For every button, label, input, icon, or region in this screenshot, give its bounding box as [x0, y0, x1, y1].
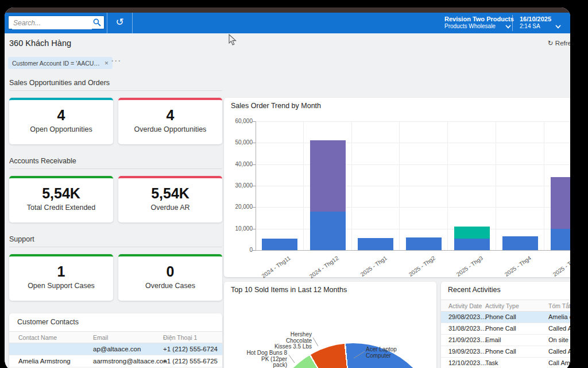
kpi-card-row: 1Open Support Cases0Overdue Cases — [9, 254, 222, 301]
toolbar-refresh-icon[interactable]: ↺ — [107, 13, 133, 33]
chevron-down-icon — [505, 21, 511, 31]
filter-chip[interactable]: Customer Account ID = 'AACU… ✕ — [8, 57, 113, 69]
table-row[interactable]: 29/08/2023…Phone CallAmelia ca — [441, 312, 570, 323]
page-title: 360 Khách Hàng — [9, 39, 71, 48]
more-options-button[interactable]: ··· — [111, 57, 122, 65]
kpi-card[interactable]: 5,54KTotal Credit Extended — [9, 176, 113, 223]
bar-segment-purple[interactable] — [310, 140, 346, 212]
y-axis-tick-label: 20,000 — [225, 204, 253, 210]
contact-phone: +1 (212) 555-6724 — [163, 346, 218, 352]
y-axis-tick-label: 60,000 — [225, 118, 253, 124]
y-axis-tick-label: 10,000 — [225, 225, 253, 232]
table-row[interactable]: 21/09/2023…EmailOn site me — [441, 335, 570, 346]
bar-segment-blue[interactable] — [310, 212, 346, 250]
x-axis-tick-label: 2025 - Thg5 — [552, 255, 570, 278]
table-row[interactable]: 19/09/2023…Phone CallCalled Am — [441, 346, 570, 358]
bar-slot: 2025 - Thg1 — [352, 121, 400, 250]
bar-segment-blue[interactable] — [406, 237, 442, 250]
pie-slice-label: Acer LaptopComputer — [366, 347, 417, 359]
column-header: Email — [93, 334, 108, 341]
x-axis-tick-label: 2025 - Thg4 — [504, 255, 532, 278]
kpi-value: 5,54K — [118, 185, 222, 202]
chart-title: Sales Order Trend by Month — [231, 102, 321, 110]
app-window: ↺ Revision Two Products Products Wholesa… — [5, 7, 570, 368]
bar-segment-blue[interactable] — [262, 239, 297, 250]
recent-activities-card: Recent Activities Activity DateActivity … — [441, 282, 570, 368]
bar-segment-blue[interactable] — [551, 229, 570, 250]
kpi-value: 0 — [118, 263, 222, 280]
kpi-value: 5,54K — [9, 185, 113, 202]
screen: ↺ Revision Two Products Products Wholesa… — [0, 0, 588, 368]
top-toolbar: ↺ Revision Two Products Products Wholesa… — [5, 13, 570, 33]
y-axis-tick-label: 30,000 — [225, 182, 253, 189]
activity-date: 31/08/2023… — [448, 325, 486, 332]
kpi-card[interactable]: 5,54KOverdue AR — [118, 176, 222, 223]
company-branch: Products Wholesale — [444, 23, 496, 29]
kpi-value: 1 — [9, 263, 113, 280]
refresh-button[interactable]: ↻ Refresh — [548, 39, 570, 47]
kpi-label: Overdue AR — [118, 204, 222, 212]
x-axis-tick-label: 2025 - Thg2 — [407, 255, 436, 278]
close-icon[interactable]: ✕ — [105, 60, 109, 66]
bar-segment-blue[interactable] — [358, 238, 393, 250]
bar-segment-teal[interactable] — [454, 227, 490, 239]
chart-title: Top 10 Sold Items in Last 12 Months — [231, 286, 347, 294]
bar-slot: 2025 - Thg4 — [496, 121, 544, 250]
company-name: Revision Two Products — [444, 16, 514, 22]
bar-segment-blue[interactable] — [454, 239, 490, 250]
activity-summary: Amelia ca — [548, 313, 570, 320]
browser-chrome-strip — [5, 7, 570, 13]
section-divider — [9, 247, 222, 247]
activity-type: Email — [485, 336, 501, 343]
sales-order-trend-card: Sales Order Trend by Month 60,00050,0004… — [224, 98, 570, 277]
y-axis-tick-label: 0 — [225, 247, 253, 253]
filter-chip-label: Customer Account ID = 'AACU… — [12, 60, 100, 67]
kpi-label: Total Credit Extended — [9, 204, 113, 212]
table-row[interactable]: 31/08/2023…Phone CallCalled Am — [441, 323, 570, 335]
activity-date: 19/09/2023… — [448, 348, 486, 355]
kpi-card[interactable]: 0Overdue Cases — [118, 254, 222, 301]
y-axis-tick-label: 40,000 — [225, 161, 253, 167]
company-selector[interactable]: Revision Two Products Products Wholesale — [444, 13, 512, 33]
bar-slot: 2025 - Thg5 — [544, 121, 570, 250]
contact-phone: +1 (212) 555-6725 — [163, 358, 218, 365]
contact-email: aarmstrong@altaace.con — [93, 358, 167, 365]
activity-type: Phone Call — [485, 325, 516, 332]
column-header: Điện Thoại 1 — [163, 334, 197, 341]
toolbar-divider — [512, 15, 513, 31]
table-row[interactable]: Amelia Armstrongaarmstrong@altaace.con+1… — [9, 355, 222, 367]
dashboard-content: 360 Khách Hàng ↻ Refresh Customer Accoun… — [5, 33, 570, 368]
bar-segment-purple[interactable] — [551, 177, 570, 229]
kpi-card[interactable]: 4Open Opportunities — [9, 98, 113, 144]
activity-date: 12/10/2023… — [448, 359, 486, 366]
activity-date: 29/08/2023… — [448, 313, 486, 320]
customer-contacts-card: Customer ContactsContact NameEmailĐiện T… — [9, 313, 222, 368]
pie-slice-label: HersheyChocolateKisses 3.5 Lbs — [257, 332, 312, 350]
search-input[interactable] — [12, 17, 92, 29]
current-time: 2:14 SA — [520, 23, 540, 29]
pie-slice-label: Hot Dog Buns 8PK (12perpack) — [234, 350, 287, 368]
kpi-card[interactable]: 4Overdue Opportunities — [118, 98, 222, 144]
kpi-value: 4 — [118, 107, 222, 124]
kpi-card[interactable]: 1Open Support Cases — [9, 254, 113, 301]
search-icon[interactable] — [93, 18, 101, 29]
column-header: Contact Name — [18, 334, 57, 341]
activity-type: Task — [485, 359, 498, 366]
bar-segment-blue[interactable] — [502, 236, 538, 250]
search-box[interactable] — [8, 16, 105, 29]
activity-summary: Called Am — [548, 325, 570, 332]
column-header: Activity Date — [448, 302, 482, 309]
activity-summary: Called Am — [548, 348, 570, 355]
x-axis-tick-label: 2024 - Thg12 — [308, 255, 340, 279]
chevron-down-icon — [555, 21, 561, 31]
datetime-selector[interactable]: 16/10/2025 2:14 SA — [520, 13, 566, 33]
y-axis-tick-label: 50,000 — [225, 139, 253, 145]
table-row[interactable]: 12/10/2023…TaskCall Ameli — [441, 358, 570, 368]
kpi-value: 4 — [9, 107, 113, 124]
current-date: 16/10/2025 — [520, 16, 551, 22]
kpi-label: Open Opportunities — [9, 125, 113, 133]
table-row[interactable]: ap@altaace.con+1 (212) 555-6724 — [9, 343, 222, 355]
section-title: Support — [9, 235, 222, 244]
kpi-card-row: 5,54KTotal Credit Extended5,54KOverdue A… — [9, 176, 222, 223]
panel-title: Recent Activities — [448, 286, 501, 294]
